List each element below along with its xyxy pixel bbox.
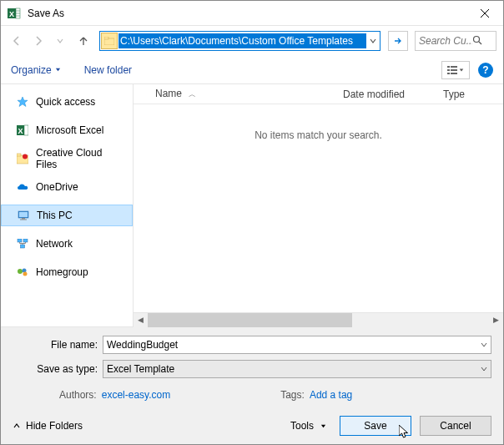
nav-bar (1, 26, 503, 56)
title-bar: X Save As (1, 1, 503, 26)
search-input[interactable] (419, 35, 472, 47)
svg-rect-13 (451, 66, 457, 68)
svg-point-38 (23, 272, 28, 276)
close-button[interactable] (468, 1, 501, 26)
view-icon (447, 66, 457, 74)
excel-app-icon: X (8, 7, 21, 20)
column-type[interactable]: Type (443, 88, 493, 100)
scroll-track[interactable] (148, 313, 489, 327)
file-list: No items match your search. (134, 104, 503, 312)
sidebar-item-this-pc[interactable]: This PC (1, 205, 133, 226)
hide-folders-button[interactable]: Hide Folders (13, 420, 83, 432)
svg-rect-28 (20, 220, 27, 220)
svg-line-11 (479, 42, 481, 44)
svg-text:X: X (18, 127, 23, 135)
sidebar-item-label: Microsoft Excel (36, 124, 103, 136)
svg-rect-15 (451, 69, 457, 71)
svg-point-24 (23, 154, 28, 159)
empty-message: No items match your search. (255, 129, 382, 141)
window-title: Save As (28, 8, 468, 19)
onedrive-icon (16, 180, 29, 194)
excel-icon: X (16, 124, 29, 137)
forward-button[interactable] (29, 32, 48, 50)
help-button[interactable]: ? (478, 63, 493, 78)
cancel-button[interactable]: Cancel (420, 416, 491, 436)
network-icon (16, 237, 29, 250)
chevron-down-icon (481, 341, 487, 349)
metadata-row: Authors: excel-easy.com Tags: Add a tag (13, 384, 491, 401)
savetype-label: Save as type: (13, 363, 103, 375)
svg-marker-18 (18, 97, 28, 107)
sidebar: Quick access X Microsoft Excel Creative … (1, 84, 133, 326)
organize-menu[interactable]: Organize (11, 64, 61, 76)
sidebar-item-label: Network (36, 238, 73, 250)
tags-label: Tags: (280, 389, 305, 401)
sidebar-item-homegroup[interactable]: Homegroup (1, 261, 133, 283)
address-dropdown[interactable] (366, 38, 380, 44)
new-folder-button[interactable]: New folder (84, 64, 132, 76)
chevron-down-icon (459, 68, 464, 73)
search-icon (472, 33, 482, 48)
sidebar-item-network[interactable]: Network (1, 233, 133, 255)
search-box[interactable] (415, 31, 496, 51)
this-pc-icon (17, 209, 30, 222)
organize-label: Organize (11, 64, 52, 76)
sidebar-item-label: Homegroup (36, 266, 88, 278)
horizontal-scrollbar[interactable]: ◀ ▶ (134, 312, 503, 326)
sort-indicator: ︿ (189, 90, 196, 99)
svg-rect-17 (451, 73, 457, 74)
svg-point-10 (474, 37, 480, 43)
save-button[interactable]: Save (340, 416, 411, 436)
authors-value[interactable]: excel-easy.com (102, 389, 170, 401)
svg-rect-21 (24, 125, 28, 135)
authors-label: Authors: (59, 389, 97, 401)
chevron-down-icon (55, 67, 61, 73)
svg-rect-9 (104, 37, 108, 39)
sidebar-item-excel[interactable]: X Microsoft Excel (1, 119, 133, 141)
view-options-button[interactable] (441, 61, 470, 79)
homegroup-icon (16, 265, 29, 279)
creative-cloud-icon (16, 152, 29, 165)
column-headers: Name︿ Date modified Type (134, 84, 503, 104)
cursor-icon (399, 425, 411, 440)
svg-rect-30 (23, 239, 28, 242)
tags-value[interactable]: Add a tag (310, 389, 352, 401)
svg-point-36 (18, 269, 23, 274)
recent-dropdown[interactable] (51, 32, 69, 50)
svg-rect-12 (447, 66, 450, 68)
up-button[interactable] (74, 32, 93, 50)
tools-menu[interactable]: Tools (290, 420, 326, 432)
column-name[interactable]: Name︿ (155, 88, 343, 100)
back-button[interactable] (8, 32, 26, 50)
scroll-thumb[interactable] (148, 313, 352, 327)
column-date[interactable]: Date modified (343, 88, 443, 100)
button-row: Hide Folders Tools Save Cancel (13, 416, 491, 436)
new-folder-label: New folder (84, 64, 132, 76)
svg-rect-26 (19, 212, 28, 217)
sidebar-item-creative-cloud[interactable]: Creative Cloud Files (1, 148, 133, 169)
chevron-down-icon (481, 365, 487, 373)
scroll-left-button[interactable]: ◀ (134, 313, 148, 327)
sidebar-item-label: This PC (37, 210, 73, 221)
address-input[interactable] (118, 33, 366, 48)
file-area: Name︿ Date modified Type No items match … (133, 84, 503, 326)
sidebar-item-label: Quick access (36, 96, 95, 108)
sidebar-item-onedrive[interactable]: OneDrive (1, 176, 133, 198)
cancel-label: Cancel (440, 420, 471, 432)
sidebar-item-label: Creative Cloud Files (36, 147, 126, 170)
address-bar[interactable] (99, 31, 381, 51)
savetype-combo[interactable]: Excel Template (103, 360, 491, 378)
scroll-right-button[interactable]: ▶ (489, 313, 503, 327)
save-label: Save (364, 420, 386, 432)
filename-combo[interactable]: WeddingBudget (103, 336, 491, 354)
hide-folders-label: Hide Folders (26, 420, 83, 432)
sidebar-item-quick-access[interactable]: Quick access (1, 91, 133, 113)
filename-label: File name: (13, 339, 103, 351)
filename-value: WeddingBudget (107, 339, 178, 351)
sidebar-item-label: OneDrive (36, 181, 78, 193)
go-button[interactable] (388, 31, 408, 51)
svg-rect-23 (17, 154, 21, 156)
savetype-value: Excel Template (107, 363, 174, 375)
chevron-down-icon (320, 423, 326, 429)
main-area: Quick access X Microsoft Excel Creative … (1, 84, 503, 326)
